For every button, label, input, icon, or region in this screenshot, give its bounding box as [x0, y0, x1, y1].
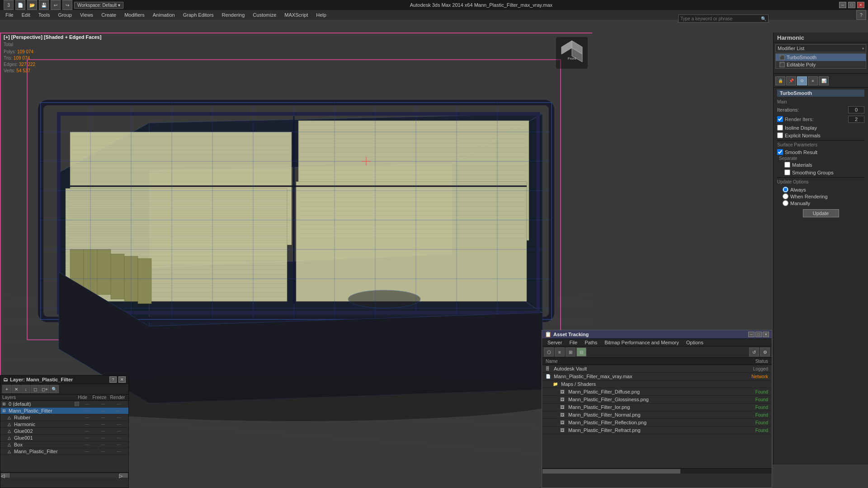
new-btn[interactable]: 📄	[15, 0, 25, 10]
modifier-turbosmooth[interactable]: ⬛ TurboSmooth	[776, 54, 866, 61]
asset-item[interactable]: 🖼 Mann_Plastic_Filter_Normal.png Found	[542, 411, 772, 419]
layer-delete-btn[interactable]: ✕	[12, 385, 21, 393]
workspace-dropdown[interactable]: Workspace: Default ▾	[74, 2, 123, 9]
asset-menu-file[interactable]: File	[566, 339, 581, 346]
pin-btn[interactable]: 📌	[786, 76, 796, 85]
maximize-btn[interactable]: □	[848, 2, 855, 8]
param-btn[interactable]: ≡	[808, 76, 818, 85]
render-iters-input[interactable]	[848, 116, 864, 123]
asset-minimize-btn[interactable]: ─	[748, 332, 755, 337]
save-btn[interactable]: 💾	[39, 0, 49, 10]
layer-item[interactable]: ⊞ Mann_Plastic_Filter — — —	[0, 408, 128, 414]
scrollbar-right-btn[interactable]: ▷	[119, 473, 128, 478]
menu-tools[interactable]: Tools	[35, 11, 54, 19]
open-btn[interactable]: 📂	[27, 0, 37, 10]
asset-scrollbar-thumb[interactable]	[542, 469, 680, 474]
iterations-input[interactable]	[848, 106, 864, 113]
asset-item[interactable]: 🗄 Autodesk Vault Logged	[542, 365, 772, 373]
scrollbar-left-btn[interactable]: ◁	[1, 473, 10, 478]
asset-tb-1[interactable]: ⬡	[544, 347, 554, 357]
layers-close-btn[interactable]: ✕	[118, 376, 126, 383]
layer-add-selected-btn[interactable]: ↓	[21, 385, 30, 393]
asset-tb-settings[interactable]: ⚙	[760, 347, 770, 357]
explicit-normals-checkbox[interactable]	[777, 132, 783, 138]
menu-create[interactable]: Create	[98, 11, 120, 19]
isoline-display-checkbox[interactable]	[777, 125, 783, 131]
menu-group[interactable]: Group	[54, 11, 75, 19]
menu-file[interactable]: File	[2, 11, 17, 19]
asset-tb-4[interactable]: ⊟	[576, 347, 586, 357]
help-btn[interactable]: ?	[856, 10, 866, 20]
layer-item[interactable]: △ Mann_Plastic_Filter — — —	[0, 448, 128, 455]
asset-menu-paths[interactable]: Paths	[581, 339, 601, 346]
asset-close-btn[interactable]: ✕	[763, 332, 769, 337]
asset-menu-server[interactable]: Server	[544, 339, 566, 346]
layer-item[interactable]: ⊞ 0 (default) — — —	[0, 401, 128, 408]
asset-status: Network	[732, 374, 768, 379]
smooth-result-checkbox[interactable]	[777, 149, 783, 155]
layer-item[interactable]: △ Glue002 — — —	[0, 428, 128, 435]
menu-edit[interactable]: Edit	[18, 11, 34, 19]
layer-item[interactable]: △ Box — — —	[0, 441, 128, 448]
modifier-list-dropdown[interactable]: Modifier List ▾	[775, 44, 866, 52]
search-input[interactable]	[680, 16, 761, 21]
layer-select-children-btn[interactable]: ◻+	[40, 385, 49, 393]
asset-tb-2[interactable]: ≡	[555, 347, 565, 357]
manually-radio[interactable]	[783, 200, 788, 206]
navigation-cube[interactable]: Front	[556, 37, 588, 69]
render-iters-checkbox[interactable]	[777, 116, 783, 122]
edges-stat: Edges: 327 222	[4, 61, 35, 68]
graph-btn[interactable]: 📊	[819, 76, 829, 85]
layer-new-btn[interactable]: +	[2, 385, 11, 393]
redo-btn[interactable]: ↪	[62, 0, 72, 10]
svg-rect-108	[111, 254, 124, 299]
menu-help[interactable]: Help	[312, 11, 330, 19]
isoline-display-row: Isoline Display	[777, 124, 864, 131]
asset-item[interactable]: 🖼 Mann_Plastic_Filter_Glossiness.png Fou…	[542, 396, 772, 404]
layer-find-btn[interactable]: 🔍	[50, 385, 59, 393]
asset-item[interactable]: 🖼 Mann_Plastic_Filter_Ior.png Found	[542, 404, 772, 411]
menu-animation[interactable]: Animation	[149, 11, 179, 19]
asset-item[interactable]: 🖼 Mann_Plastic_Filter_Reflection.png Fou…	[542, 419, 772, 427]
explicit-normals-label: Explicit Normals	[785, 133, 821, 138]
always-radio[interactable]	[783, 187, 788, 192]
minimize-btn[interactable]: ─	[839, 2, 846, 8]
lock-btn[interactable]: 🔒	[775, 76, 785, 85]
layer-select-btn[interactable]: ◻	[31, 385, 40, 393]
menu-customize[interactable]: Customize	[249, 11, 280, 19]
layer-item[interactable]: △ Harmonic — — —	[0, 421, 128, 428]
layers-help-btn[interactable]: ?	[109, 376, 117, 383]
layers-toolbar: + ✕ ↓ ◻ ◻+ 🔍	[0, 384, 128, 394]
layer-item[interactable]: △ Rubber — — —	[0, 414, 128, 421]
materials-checkbox[interactable]	[784, 162, 790, 168]
asset-menu-bitmap[interactable]: Bitmap Performance and Memory	[601, 339, 682, 346]
asset-item[interactable]: 📁 Maps / Shaders	[542, 380, 772, 388]
modifier-editable-poly[interactable]: ⬛ Editable Poly	[776, 61, 866, 68]
asset-item[interactable]: 🖼 Mann_Plastic_Filter_Diffuse.png Found	[542, 388, 772, 396]
app-icon[interactable]: 3	[4, 0, 14, 10]
menu-modifiers[interactable]: Modifiers	[121, 11, 148, 19]
layer-item[interactable]: △ Glue001 — — —	[0, 435, 128, 441]
asset-item[interactable]: 📄 Mann_Plastic_Filter_max_vray.max Netwo…	[542, 373, 772, 380]
configure-btn[interactable]: ⚙	[797, 76, 807, 85]
update-button[interactable]: Update	[803, 209, 839, 217]
search-bar[interactable]: 🔍	[678, 14, 769, 23]
when-rendering-radio[interactable]	[783, 193, 788, 199]
menu-views[interactable]: Views	[76, 11, 97, 19]
asset-tb-3[interactable]: ⊞	[566, 347, 576, 357]
asset-tb-refresh[interactable]: ↺	[749, 347, 759, 357]
asset-scrollbar[interactable]	[542, 468, 772, 474]
menu-graph-editors[interactable]: Graph Editors	[179, 11, 217, 19]
smoothing-groups-checkbox[interactable]	[784, 169, 790, 175]
asset-menu-options[interactable]: Options	[683, 339, 707, 346]
asset-item[interactable]: 🖼 Mann_Plastic_Filter_Refract.png Found	[542, 427, 772, 434]
asset-maximize-btn[interactable]: □	[755, 332, 762, 337]
menu-maxscript[interactable]: MAXScript	[281, 11, 311, 19]
layers-scrollbar[interactable]: ◁ ▷	[0, 472, 128, 478]
asset-name: Mann_Plastic_Filter_Reflection.png	[568, 420, 732, 425]
menu-rendering[interactable]: Rendering	[218, 11, 249, 19]
scrollbar-track[interactable]	[10, 473, 118, 478]
asset-tb-spacer	[587, 347, 748, 357]
close-btn[interactable]: ✕	[857, 2, 864, 8]
undo-btn[interactable]: ↩	[51, 0, 61, 10]
